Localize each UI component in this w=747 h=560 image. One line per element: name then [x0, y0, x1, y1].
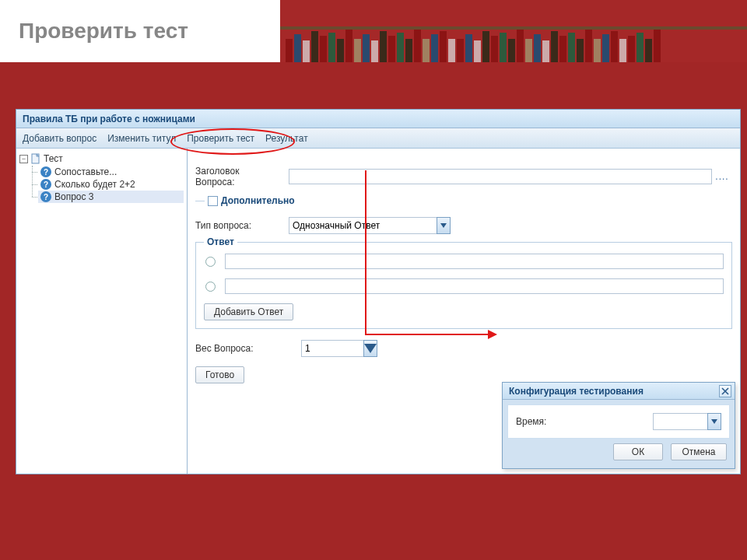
weight-label: Вес Вопроса:	[195, 343, 289, 354]
app-window: Правила ТБ при работе с ножницами Добави…	[16, 109, 741, 474]
toolbar: Добавить вопрос Изменить титул Проверить…	[16, 128, 740, 149]
tree-item-label: Вопрос 3	[54, 191, 94, 202]
title-label-line1: Заголовок	[195, 166, 289, 177]
type-label: Тип вопроса:	[195, 220, 289, 231]
tree-children: ? Сопоставьте... ? Сколько будет 2+2 ? В…	[38, 166, 184, 203]
weight-input[interactable]	[301, 340, 363, 357]
title-label: Заголовок Вопроса:	[195, 166, 289, 187]
toolbar-add-question[interactable]: Добавить вопрос	[23, 133, 96, 144]
answer-row-1	[204, 278, 724, 294]
ellipsis-button[interactable]: ....	[712, 171, 732, 182]
dialog-body: Время:	[507, 404, 730, 439]
divider: —	[195, 195, 205, 206]
tree-item-label: Сопоставьте...	[54, 166, 117, 177]
answer-input-1[interactable]	[225, 278, 724, 294]
type-row: Тип вопроса:	[195, 217, 732, 234]
dialog-title: Конфигурация тестирования	[509, 386, 644, 397]
question-icon: ?	[40, 166, 51, 177]
title-input[interactable]	[289, 169, 712, 184]
ok-button[interactable]: ОК	[613, 443, 663, 460]
tree-root[interactable]: − Тест	[19, 153, 184, 164]
tree-item-0[interactable]: ? Сопоставьте...	[38, 166, 184, 178]
tree-item-1[interactable]: ? Сколько будет 2+2	[38, 178, 184, 191]
file-icon	[30, 153, 41, 164]
title-row: Заголовок Вопроса: ....	[195, 166, 732, 187]
tree-root-label: Тест	[44, 153, 63, 164]
chevron-down-icon[interactable]	[707, 413, 721, 430]
additional-row: — Дополнительно	[195, 195, 732, 206]
page-title: Проверить тест	[19, 19, 188, 44]
window-title: Правила ТБ при работе с ножницами	[16, 110, 740, 128]
content: − Тест ? Сопоставьте... ? Сколько будет …	[16, 149, 740, 474]
toolbar-change-title[interactable]: Изменить титул	[107, 133, 176, 144]
done-button[interactable]: Готово	[195, 366, 244, 383]
collapse-icon[interactable]: −	[19, 155, 28, 163]
close-icon[interactable]	[719, 385, 731, 397]
time-input[interactable]	[653, 413, 707, 430]
toolbar-check-test[interactable]: Проверить тест	[187, 133, 254, 144]
cancel-button[interactable]: Отмена	[671, 443, 727, 460]
answer-row-0	[204, 254, 724, 269]
banner-image	[280, 0, 747, 62]
tree-item-2[interactable]: ? Вопрос 3	[38, 191, 184, 203]
time-label: Время:	[516, 416, 546, 427]
answer-radio-1[interactable]	[205, 282, 216, 292]
answer-fieldset: Ответ Добавить Ответ	[195, 242, 732, 329]
config-dialog: Конфигурация тестирования Время:	[502, 382, 735, 469]
body-area: Правила ТБ при работе с ножницами Добави…	[0, 62, 747, 560]
additional-label: Дополнительно	[221, 195, 295, 206]
additional-checkbox[interactable]	[208, 196, 218, 206]
tree-item-label: Сколько будет 2+2	[54, 179, 135, 190]
weight-spinner[interactable]	[301, 340, 377, 357]
slide: Проверить тест	[0, 0, 747, 560]
form-panel: Заголовок Вопроса: .... — Дополнительно …	[188, 149, 740, 474]
time-combo[interactable]	[653, 413, 721, 430]
dialog-footer: ОК Отмена	[503, 443, 735, 468]
chevron-down-icon[interactable]	[363, 340, 377, 357]
question-icon: ?	[40, 179, 51, 190]
toolbar-result[interactable]: Результат	[265, 133, 308, 144]
tree-panel: − Тест ? Сопоставьте... ? Сколько будет …	[16, 149, 188, 474]
answer-input-0[interactable]	[225, 254, 724, 269]
weight-row: Вес Вопроса:	[195, 340, 732, 357]
done-row: Готово	[195, 366, 732, 383]
chevron-down-icon[interactable]	[437, 217, 451, 234]
question-icon: ?	[40, 191, 51, 202]
type-combo-input[interactable]	[289, 217, 437, 234]
title-label-line2: Вопроса:	[195, 177, 289, 187]
answer-radio-0[interactable]	[205, 257, 216, 267]
type-combo[interactable]	[289, 217, 451, 234]
answer-legend: Ответ	[204, 236, 237, 247]
add-answer-button[interactable]: Добавить Ответ	[204, 303, 293, 320]
dialog-title-bar: Конфигурация тестирования	[503, 383, 735, 400]
